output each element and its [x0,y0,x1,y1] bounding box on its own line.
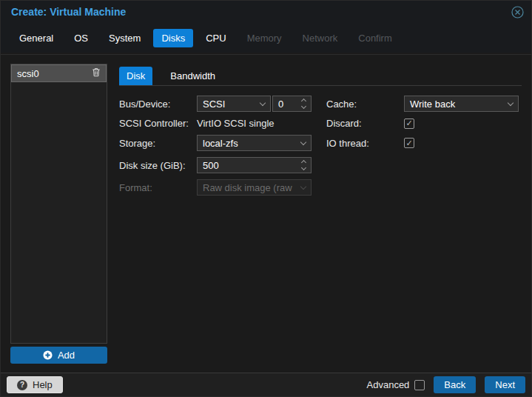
disk-size-value: 500 [203,160,219,171]
io-thread-label: IO thread: [326,138,404,149]
device-number-value: 0 [278,99,283,110]
wizard-tab-bar: General OS System Disks CPU Memory Netwo… [1,23,531,53]
format-label: Format: [119,182,197,193]
discard-label: Discard: [326,118,404,129]
scsi-controller-label: SCSI Controller: [119,118,197,129]
title-bar: Create: Virtual Machine [1,1,531,23]
trash-icon[interactable] [92,67,101,79]
advanced-checkbox[interactable] [414,380,425,390]
content-area: scsi0 Add [1,54,531,373]
disk-size-label: Disk size (GiB): [119,160,197,171]
discard-checkbox[interactable] [404,119,414,129]
bus-select[interactable]: SCSI [197,96,271,112]
scsi-controller-value: VirtIO SCSI single [197,118,312,129]
spinner-arrows-icon[interactable] [302,161,306,170]
close-icon[interactable] [511,5,524,19]
tab-bandwidth[interactable]: Bandwidth [163,67,223,85]
disk-panel-tabs: Disk Bandwidth [119,64,522,86]
plus-circle-icon [43,350,53,360]
format-select: Raw disk image (raw [197,179,312,196]
spinner-arrows-icon[interactable] [302,99,306,108]
next-button[interactable]: Next [485,376,525,393]
advanced-label: Advanced [367,379,410,390]
chevron-down-icon [300,139,306,144]
dialog-title: Create: Virtual Machine [11,6,126,18]
question-circle-icon [17,380,27,390]
bus-select-value: SCSI [203,99,225,110]
cache-select[interactable]: Write back [404,96,519,112]
tab-disks[interactable]: Disks [153,29,193,47]
format-select-value: Raw disk image (raw [203,182,292,193]
add-button-label: Add [58,350,75,361]
storage-label: Storage: [119,138,197,149]
disk-list: scsi0 [10,64,107,344]
footer-actions: Advanced Back Next [367,376,525,393]
advanced-toggle: Advanced [367,379,425,390]
disk-item-label: scsi0 [17,68,39,79]
device-number-stepper[interactable]: 0 [272,96,312,112]
create-vm-dialog: Create: Virtual Machine General OS Syste… [0,0,532,397]
disk-form: Bus/Device: SCSI 0 Cache: Write back [119,96,522,196]
cache-select-value: Write back [410,99,455,110]
chevron-down-icon [260,99,266,105]
help-button-label: Help [33,379,53,390]
help-button[interactable]: Help [7,376,63,393]
disk-panel: Disk Bandwidth Bus/Device: SCSI 0 [107,64,522,364]
cache-label: Cache: [326,99,404,110]
disk-list-item-scsi0[interactable]: scsi0 [11,64,107,82]
storage-select[interactable]: local-zfs [197,135,312,151]
chevron-down-icon [300,183,306,189]
add-disk-button[interactable]: Add [10,347,107,364]
back-button[interactable]: Back [434,376,476,393]
storage-select-value: local-zfs [203,138,238,149]
tab-disk[interactable]: Disk [119,67,152,85]
tab-system[interactable]: System [101,29,149,47]
disk-sidebar: scsi0 Add [10,64,107,364]
tab-os[interactable]: OS [66,29,96,47]
chevron-down-icon [508,99,514,105]
footer-bar: Help Advanced Back Next [1,373,531,396]
tab-confirm: Confirm [350,29,400,47]
io-thread-checkbox[interactable] [404,138,414,148]
tab-memory: Memory [239,29,290,47]
tab-network: Network [294,29,346,47]
bus-device-field: SCSI 0 [197,96,312,112]
tab-general[interactable]: General [11,29,61,47]
bus-device-label: Bus/Device: [119,99,197,110]
disk-size-stepper[interactable]: 500 [197,157,312,173]
tab-cpu[interactable]: CPU [198,29,234,47]
